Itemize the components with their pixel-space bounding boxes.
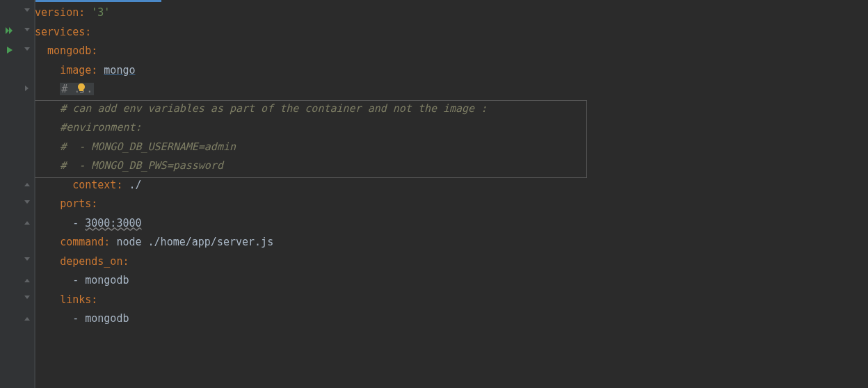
yaml-value: 3000:3000 bbox=[85, 217, 141, 229]
fold-toggle-icon[interactable] bbox=[23, 7, 31, 15]
yaml-key: image bbox=[60, 64, 91, 76]
code-line[interactable]: image: mongo bbox=[35, 61, 868, 81]
fold-end-icon[interactable] bbox=[23, 275, 31, 284]
fold-expand-icon[interactable] bbox=[23, 84, 31, 92]
code-editor[interactable]: version: '3' services: mongodb: image: m… bbox=[0, 0, 868, 388]
yaml-value: mongodb bbox=[85, 274, 129, 286]
fold-end-icon[interactable] bbox=[23, 218, 31, 226]
yaml-key: context bbox=[72, 179, 116, 191]
svg-rect-0 bbox=[80, 92, 83, 92]
fold-toggle-icon[interactable] bbox=[23, 294, 31, 302]
fold-toggle-icon[interactable] bbox=[23, 46, 31, 54]
code-line[interactable]: # - MONGO_DB_USERNAME=admin bbox=[35, 138, 868, 157]
code-line[interactable]: # - MONGO_DB_PWS=password bbox=[35, 156, 868, 176]
yaml-value: '3' bbox=[91, 6, 110, 19]
yaml-comment: #environment: bbox=[60, 121, 141, 134]
code-line[interactable]: # ... bbox=[35, 80, 868, 99]
fold-end-icon[interactable] bbox=[23, 314, 31, 322]
code-line[interactable]: - mongodb bbox=[35, 271, 868, 291]
fold-toggle-icon[interactable] bbox=[23, 26, 31, 35]
yaml-key: links bbox=[60, 293, 91, 306]
yaml-value: mongo bbox=[104, 64, 135, 76]
code-line[interactable]: links: bbox=[35, 291, 868, 310]
code-line[interactable]: command: node ./home/app/server.js bbox=[35, 233, 868, 252]
yaml-key: command bbox=[60, 236, 104, 248]
yaml-value: ./ bbox=[129, 179, 141, 191]
fold-end-icon[interactable] bbox=[23, 179, 31, 188]
yaml-comment: # - MONGO_DB_PWS=password bbox=[60, 159, 223, 172]
lightbulb-icon[interactable] bbox=[77, 81, 88, 92]
yaml-key: ports bbox=[60, 197, 91, 210]
code-line[interactable]: version: '3' bbox=[35, 3, 868, 23]
code-line[interactable]: # can add env variables as part of the c… bbox=[35, 99, 868, 119]
fold-toggle-icon[interactable] bbox=[23, 256, 31, 264]
yaml-comment: # - MONGO_DB_USERNAME=admin bbox=[60, 140, 236, 153]
code-line[interactable]: ports: bbox=[35, 195, 868, 214]
yaml-value: mongodb bbox=[85, 312, 129, 325]
yaml-comment: # can add env variables as part of the c… bbox=[60, 102, 487, 115]
run-service-icon[interactable] bbox=[4, 45, 15, 56]
code-line[interactable]: - 3000:3000 bbox=[35, 214, 868, 234]
code-content[interactable]: version: '3' services: mongodb: image: m… bbox=[35, 0, 868, 388]
code-line[interactable]: mongodb: bbox=[35, 42, 868, 61]
code-line[interactable]: context: ./ bbox=[35, 176, 868, 195]
yaml-key: services bbox=[35, 26, 85, 38]
code-line[interactable]: - mongodb bbox=[35, 309, 868, 329]
code-line[interactable]: #environment: bbox=[35, 118, 868, 138]
yaml-key: mongodb bbox=[47, 45, 91, 57]
yaml-key: version bbox=[35, 6, 79, 19]
code-line[interactable]: services: bbox=[35, 23, 868, 42]
run-all-icon[interactable] bbox=[4, 25, 15, 36]
yaml-value: node ./home/app/server.js bbox=[116, 236, 273, 248]
code-line[interactable]: depends_on: bbox=[35, 252, 868, 272]
fold-toggle-icon[interactable] bbox=[23, 199, 31, 207]
yaml-key: depends_on bbox=[60, 255, 122, 268]
editor-gutter[interactable] bbox=[0, 0, 35, 388]
